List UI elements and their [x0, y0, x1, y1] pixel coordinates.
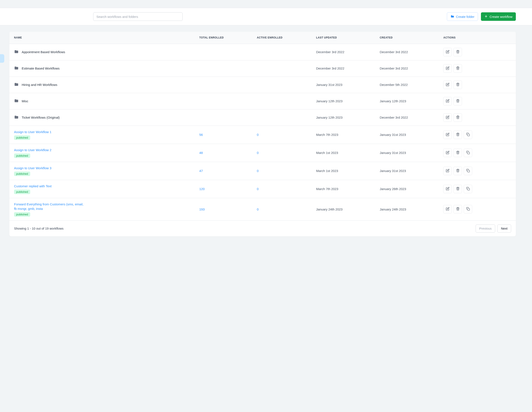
workflow-link[interactable]: Customer replied with Text: [14, 184, 51, 188]
copy-button[interactable]: [464, 167, 472, 175]
folder-name[interactable]: Estimate Based Workflows: [22, 66, 60, 70]
created-date: January 31st 2023: [380, 151, 406, 155]
status-badge: published: [14, 172, 30, 176]
folder-icon: [14, 66, 19, 71]
total-enrolled-link[interactable]: 48: [200, 151, 203, 155]
edit-button[interactable]: [443, 167, 452, 175]
col-header-created[interactable]: CREATED: [375, 32, 439, 44]
edit-icon: [446, 187, 449, 191]
last-updated: March 7th 2023: [316, 133, 338, 137]
folder-icon: [14, 50, 19, 55]
copy-button[interactable]: [464, 205, 472, 213]
next-button[interactable]: Next: [497, 225, 511, 233]
delete-button[interactable]: [454, 81, 462, 89]
table-row: Estimate Based Workflows December 3rd 20…: [9, 60, 516, 76]
svg-rect-4: [467, 209, 469, 211]
total-enrolled-link[interactable]: 120: [200, 187, 205, 191]
active-enrolled-link[interactable]: 0: [257, 208, 258, 211]
trash-icon: [456, 151, 460, 155]
delete-button[interactable]: [454, 113, 462, 122]
delete-button[interactable]: [454, 48, 462, 56]
copy-icon: [466, 169, 470, 173]
active-enrolled-link[interactable]: 0: [257, 169, 258, 173]
copy-button[interactable]: [464, 185, 472, 193]
edit-icon: [446, 66, 449, 71]
col-header-active-enrolled[interactable]: ACTIVE ENROLLED: [253, 32, 312, 44]
copy-button[interactable]: [464, 149, 472, 157]
created-date: December 3rd 2022: [380, 50, 408, 54]
delete-button[interactable]: [454, 205, 462, 213]
search-input[interactable]: [93, 12, 183, 21]
col-header-total-enrolled[interactable]: TOTAL ENROLLED: [195, 32, 253, 44]
workflow-link[interactable]: Assign to User Workflow 3: [14, 166, 51, 170]
table-footer: Showing 1 - 10 out of 19 workflows Previ…: [9, 220, 516, 236]
trash-icon: [456, 133, 460, 137]
trash-icon: [456, 187, 460, 191]
showing-count: Showing 1 - 10 out of 19 workflows: [14, 227, 64, 230]
last-updated: March 1st 2023: [316, 169, 338, 173]
edit-icon: [446, 133, 449, 137]
workflow-link[interactable]: Assign to User Workflow 2: [14, 148, 51, 152]
workflow-link[interactable]: Forward Everything from Customers (sms, …: [14, 202, 86, 211]
edit-icon: [446, 207, 449, 211]
last-updated: January 24th 2023: [316, 208, 342, 211]
col-header-last-updated[interactable]: LAST UPDATED: [312, 32, 375, 44]
edit-button[interactable]: [443, 130, 452, 139]
edit-button[interactable]: [443, 149, 452, 157]
status-badge: published: [14, 135, 30, 140]
active-enrolled-link[interactable]: 0: [257, 187, 258, 191]
status-badge: published: [14, 154, 30, 158]
workflow-link[interactable]: Assign to User Workflow 1: [14, 130, 51, 134]
folder-name[interactable]: Misc: [22, 99, 28, 103]
copy-icon: [466, 151, 470, 155]
toolbar: Create folder Create workflow: [0, 8, 532, 25]
status-badge: published: [14, 212, 30, 217]
top-strip: [0, 0, 532, 8]
delete-button[interactable]: [454, 64, 462, 73]
edit-button[interactable]: [443, 205, 452, 213]
col-header-name[interactable]: NAME: [9, 32, 195, 44]
delete-button[interactable]: [454, 185, 462, 193]
edit-button[interactable]: [443, 81, 452, 89]
col-header-actions: ACTIONS: [439, 32, 516, 44]
active-enrolled-link[interactable]: 0: [257, 151, 258, 155]
pager: Previous Next: [475, 225, 511, 233]
edit-button[interactable]: [443, 48, 452, 56]
table-row: Hiring and HR Workflows January 31st 202…: [9, 76, 516, 93]
copy-icon: [466, 207, 470, 211]
table-row: Forward Everything from Customers (sms, …: [9, 198, 516, 220]
trash-icon: [456, 207, 460, 211]
active-enrolled-link[interactable]: 0: [257, 133, 258, 137]
edit-button[interactable]: [443, 97, 452, 105]
folder-name[interactable]: Ticket Workflows (Original): [22, 116, 60, 119]
plus-icon: [484, 15, 488, 19]
created-date: January 26th 2023: [380, 187, 406, 191]
delete-button[interactable]: [454, 149, 462, 157]
edit-button[interactable]: [443, 64, 452, 73]
delete-button[interactable]: [454, 97, 462, 105]
table-row: Misc January 12th 2023January 12th 2023: [9, 93, 516, 109]
total-enrolled-link[interactable]: 56: [200, 133, 203, 137]
create-workflow-button[interactable]: Create workflow: [481, 12, 516, 21]
table-row: Appointment Based Workflows December 3rd…: [9, 44, 516, 60]
edit-button[interactable]: [443, 113, 452, 122]
total-enrolled-link[interactable]: 193: [200, 208, 205, 211]
edit-button[interactable]: [443, 185, 452, 193]
prev-button[interactable]: Previous: [475, 225, 495, 233]
svg-rect-2: [467, 170, 469, 172]
svg-rect-0: [467, 134, 469, 136]
delete-button[interactable]: [454, 167, 462, 175]
create-folder-button[interactable]: Create folder: [447, 12, 478, 21]
created-date: January 12th 2023: [380, 99, 406, 103]
copy-button[interactable]: [464, 130, 472, 139]
delete-button[interactable]: [454, 130, 462, 139]
folder-name[interactable]: Appointment Based Workflows: [22, 50, 65, 54]
total-enrolled-link[interactable]: 47: [200, 169, 203, 173]
trash-icon: [456, 99, 460, 103]
table-row: Assign to User Workflow 1 published 560M…: [9, 126, 516, 144]
created-date: January 31st 2023: [380, 133, 406, 137]
svg-rect-3: [467, 188, 469, 190]
svg-rect-1: [467, 152, 469, 154]
edit-icon: [446, 151, 449, 155]
folder-name[interactable]: Hiring and HR Workflows: [22, 83, 57, 87]
